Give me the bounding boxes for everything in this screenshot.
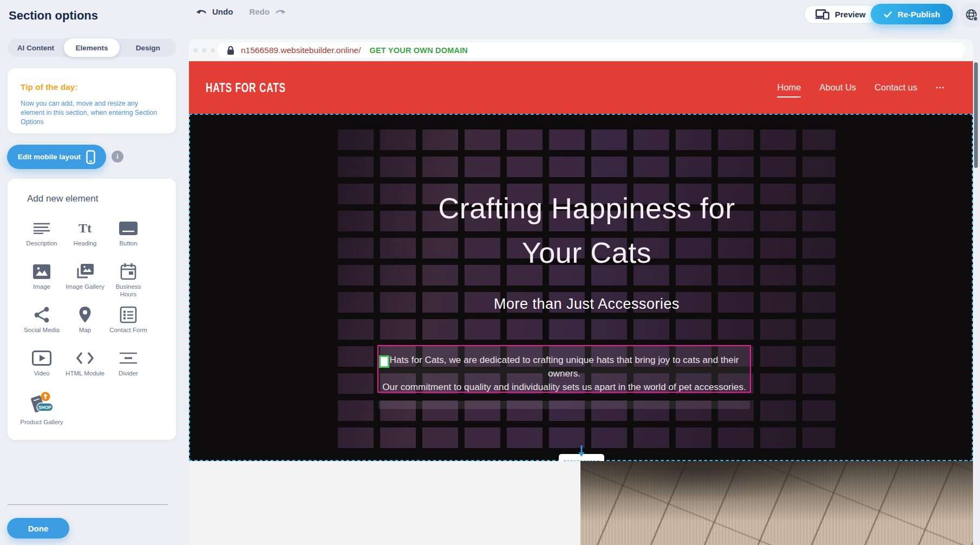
contact-form-icon — [120, 305, 137, 325]
site-nav: Home About Us Contact us ... — [777, 61, 945, 114]
site-header: HATS FOR CATS Home About Us Contact us .… — [189, 61, 973, 114]
element-hover-strip — [378, 401, 750, 409]
undo-redo-group: Undo Redo — [196, 7, 286, 16]
hero-heading[interactable]: Crafting Happiness for Your Cats — [338, 186, 835, 275]
devices-icon — [815, 9, 829, 20]
info-icon[interactable]: i — [112, 151, 123, 163]
heading-icon: Tt — [79, 218, 92, 238]
get-domain-link[interactable]: GET YOUR OWN DOMAIN — [369, 46, 468, 55]
preview-button[interactable]: Preview — [804, 5, 877, 24]
edit-mobile-layout-button[interactable]: Edit mobile layout — [7, 145, 106, 169]
next-section-floor-image[interactable] — [580, 461, 973, 545]
element-image[interactable]: Image — [20, 256, 63, 299]
redo-icon — [274, 8, 286, 16]
nav-more[interactable]: ... — [936, 80, 945, 90]
page-title: Section options — [9, 9, 98, 23]
sidebar-tabs: AI Content Elements Design — [8, 38, 176, 57]
html-module-icon — [76, 348, 94, 368]
check-icon — [884, 11, 892, 18]
add-element-title: Add new element — [27, 193, 98, 204]
element-map[interactable]: Map — [63, 299, 107, 342]
undo-button[interactable]: Undo — [196, 7, 233, 16]
phone-icon — [86, 150, 95, 164]
nav-home[interactable]: Home — [777, 82, 801, 98]
site-url: n1566589.websitebuilder.online/ — [241, 46, 361, 55]
address-bar[interactable]: n1566589.websitebuilder.online/ GET YOUR… — [217, 42, 965, 58]
social-media-icon — [34, 305, 50, 325]
undo-label: Undo — [212, 7, 233, 16]
element-grid: Description Tt Heading Button Image — [20, 212, 150, 429]
element-button[interactable]: Button — [107, 212, 150, 256]
done-button[interactable]: Done — [7, 518, 69, 538]
browser-chrome: n1566589.websitebuilder.online/ GET YOUR… — [189, 39, 973, 61]
sidebar-divider — [8, 504, 168, 505]
hero-paragraph[interactable]: Hats for Cats, we are dedicated to craft… — [378, 353, 750, 394]
globe-icon — [965, 8, 979, 22]
element-heading[interactable]: Tt Heading — [63, 212, 107, 256]
edit-mobile-layout-label: Edit mobile layout — [18, 153, 81, 161]
tip-title: Tip of the day: — [21, 82, 78, 92]
window-dot-3 — [211, 48, 215, 53]
republish-label: Re-Publish — [898, 10, 940, 19]
map-icon — [79, 305, 92, 325]
window-dot-2 — [202, 48, 206, 53]
element-image-gallery[interactable]: Image Gallery — [63, 256, 107, 299]
language-globe-button[interactable] — [959, 3, 980, 28]
hero-subheading[interactable]: More than Just Accessories — [338, 296, 835, 313]
done-label: Done — [28, 524, 49, 533]
divider-icon — [120, 348, 137, 368]
next-section-blank[interactable] — [189, 461, 580, 545]
image-gallery-icon — [76, 262, 94, 281]
hero-section-selected[interactable]: Crafting Happiness for Your Cats More th… — [189, 114, 973, 461]
tab-design[interactable]: Design — [120, 38, 176, 57]
tab-elements[interactable]: Elements — [64, 38, 120, 57]
undo-icon — [196, 8, 208, 16]
business-hours-icon — [120, 262, 136, 281]
tab-ai-content[interactable]: AI Content — [8, 38, 64, 57]
product-gallery-icon: SHOP — [28, 392, 56, 417]
element-social-media[interactable]: Social Media — [20, 299, 63, 342]
button-icon — [119, 218, 138, 238]
element-contact-form[interactable]: Contact Form — [107, 299, 150, 342]
shop-badge: SHOP — [38, 405, 51, 410]
republish-button[interactable]: Re-Publish — [871, 4, 953, 24]
element-video[interactable]: Video — [20, 342, 63, 386]
nav-contact-us[interactable]: Contact us — [874, 82, 917, 93]
video-icon — [32, 348, 51, 368]
site-logo[interactable]: HATS FOR CATS — [206, 81, 286, 95]
nav-about-us[interactable]: About Us — [819, 82, 856, 93]
element-description[interactable]: Description — [20, 212, 63, 256]
element-product-gallery[interactable]: SHOP Product Gallery — [20, 386, 63, 429]
image-icon — [33, 262, 50, 281]
description-icon — [34, 218, 50, 238]
site-preview-window: n1566589.websitebuilder.online/ GET YOUR… — [189, 39, 973, 545]
preview-label: Preview — [835, 10, 866, 19]
tip-body: Now you can add, move and resize any ele… — [21, 99, 160, 127]
window-dot-1 — [193, 48, 198, 53]
element-business-hours[interactable]: Business Hours — [107, 256, 150, 299]
redo-label: Redo — [249, 7, 270, 16]
selected-text-element[interactable]: Hats for Cats, we are dedicated to craft… — [377, 345, 751, 393]
lock-icon — [227, 46, 234, 55]
redo-button[interactable]: Redo — [249, 7, 286, 16]
element-html-module[interactable]: HTML Module — [63, 342, 107, 386]
scrollbar-thumb[interactable] — [974, 62, 978, 168]
element-divider[interactable]: Divider — [107, 342, 150, 386]
